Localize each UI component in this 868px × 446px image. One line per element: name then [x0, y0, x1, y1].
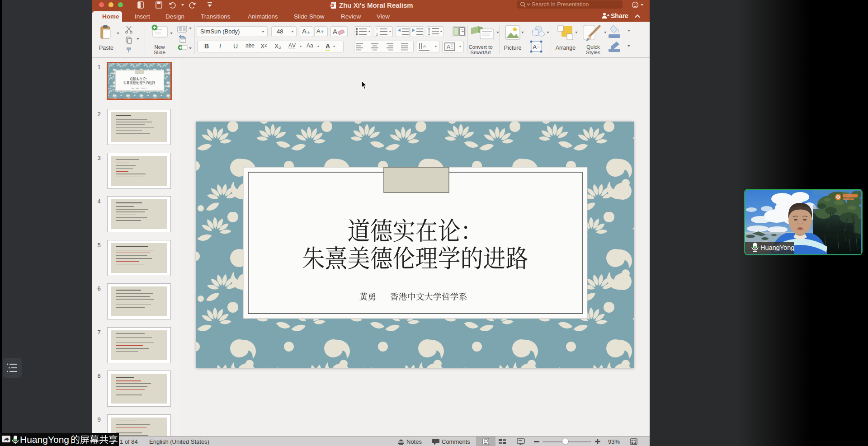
- svg-text:A: A: [447, 44, 450, 50]
- svg-text:HuangYong: HuangYong: [760, 244, 794, 251]
- svg-text:2: 2: [376, 33, 378, 36]
- svg-text:A: A: [333, 28, 337, 35]
- svg-text:P: P: [330, 4, 333, 8]
- svg-text:A: A: [423, 44, 426, 48]
- svg-text:1: 1: [376, 28, 378, 31]
- svg-text:A: A: [533, 43, 537, 51]
